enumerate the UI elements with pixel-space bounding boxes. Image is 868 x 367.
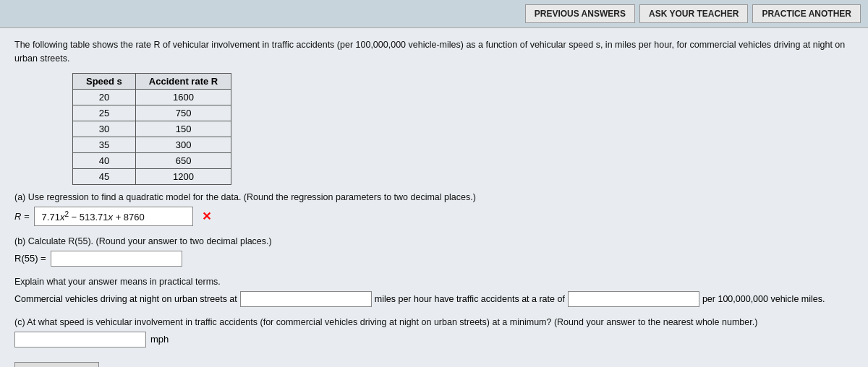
mph-label: mph	[150, 334, 169, 345]
min-speed-input[interactable]	[14, 332, 146, 347]
submit-row: Submit Answer	[14, 362, 854, 367]
rate-input[interactable]	[568, 291, 699, 307]
explain-text-1: Commercial vehicles driving at night on …	[14, 294, 237, 304]
table-row: 451200	[73, 168, 231, 184]
part-c: (c) At what speed is vehicular involveme…	[14, 317, 854, 347]
table-header-speed: Speed s	[73, 73, 136, 89]
data-table: Speed s Accident rate R 2016002575030150…	[72, 73, 231, 185]
explain-text-3: per 100,000,000 vehicle miles.	[702, 294, 825, 304]
r-equals-label: R =	[14, 211, 30, 222]
part-c-row: mph	[14, 332, 854, 347]
part-b-row: R(55) =	[14, 251, 854, 267]
explain-text-2: miles per hour have traffic accidents at…	[375, 294, 565, 304]
table-header-rate: Accident rate R	[135, 73, 231, 89]
part-c-label: (c) At what speed is vehicular involveme…	[14, 317, 854, 327]
explain-row: Commercial vehicles driving at night on …	[14, 291, 854, 307]
table-row: 30150	[73, 121, 231, 137]
previous-answers-button[interactable]: PREVIOUS ANSWERS	[525, 4, 635, 23]
regression-formula: 7.71x2 − 513.71x + 8760	[42, 210, 145, 223]
submit-button[interactable]: Submit Answer	[14, 362, 99, 367]
incorrect-mark: ✕	[202, 210, 211, 223]
top-bar: PREVIOUS ANSWERS ASK YOUR TEACHER PRACTI…	[0, 0, 868, 28]
part-b: (b) Calculate R(55). (Round your answer …	[14, 236, 854, 307]
explain-section: Explain what your answer means in practi…	[14, 277, 854, 307]
table-row: 201600	[73, 89, 231, 105]
table-row: 35300	[73, 137, 231, 152]
table-row: 25750	[73, 105, 231, 121]
r55-label: R(55) =	[14, 253, 46, 264]
ask-teacher-button[interactable]: ASK YOUR TEACHER	[639, 4, 748, 23]
main-content: The following table shows the rate R of …	[0, 28, 868, 367]
part-b-label: (b) Calculate R(55). (Round your answer …	[14, 236, 854, 246]
speed-input[interactable]	[240, 291, 372, 307]
r55-input[interactable]	[51, 251, 182, 267]
problem-description: The following table shows the rate R of …	[14, 38, 854, 66]
regression-answer-box: 7.71x2 − 513.71x + 8760	[34, 207, 193, 226]
table-row: 40650	[73, 152, 231, 168]
regression-row: R = 7.71x2 − 513.71x + 8760 ✕	[14, 207, 854, 226]
practice-another-button[interactable]: PRACTICE ANOTHER	[752, 4, 861, 23]
explain-label: Explain what your answer means in practi…	[14, 277, 854, 287]
part-a-label: (a) Use regression to find a quadratic m…	[14, 192, 854, 202]
